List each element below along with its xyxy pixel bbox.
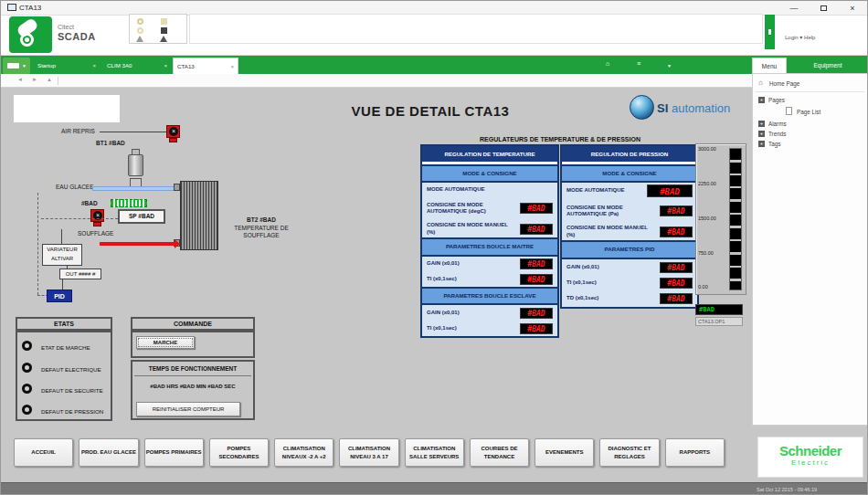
pression-ti-display[interactable]: #BAD xyxy=(660,278,693,289)
variateur-label-2: ALTIVAR xyxy=(43,254,81,263)
nav-diagnostic-reglages-button[interactable]: DIAGNOSTIC ET REGLAGES xyxy=(599,438,659,467)
dropdown-icon[interactable]: ▼ xyxy=(667,63,672,68)
temp-consigne-manuel-display[interactable]: #BAD xyxy=(520,224,553,235)
chilled-water-pipe xyxy=(92,186,182,191)
pression-mode-auto-display[interactable]: #BAD xyxy=(647,184,693,197)
etat-marche-label: ETAT DE MARCHE xyxy=(41,344,90,351)
nav-evenements-button[interactable]: EVENEMENTS xyxy=(535,438,594,467)
alarm-ack-icon[interactable] xyxy=(161,18,167,25)
divider xyxy=(134,375,251,376)
commande-header: COMMANDE xyxy=(131,317,255,331)
soufflage-fan-icon[interactable]: × xyxy=(90,209,104,222)
sidebar-tab-equipment[interactable]: Equipment xyxy=(787,58,868,73)
sidebar-item-trends[interactable]: Trends xyxy=(768,131,786,137)
help-link[interactable]: Help xyxy=(804,35,815,40)
home-page-icon: ⌂ xyxy=(758,79,763,87)
tab-cta13[interactable]: CTA13 × xyxy=(173,58,238,74)
signal-line xyxy=(61,229,62,244)
pression-consigne-auto-display[interactable]: #BAD xyxy=(660,205,693,216)
temp-consigne-auto-label: CONSIGNE EN MODE AUTOMATIQUE (degC) xyxy=(427,202,511,216)
temp-gain2-display[interactable]: #BAD xyxy=(520,308,553,319)
sidebar-item-pages[interactable]: Pages xyxy=(768,97,785,103)
sidebar-tab-menu[interactable]: Menu xyxy=(752,58,787,73)
temp-ti-label: TI (x0,1sec) xyxy=(427,276,511,283)
pid-box[interactable]: PID xyxy=(47,290,72,302)
tab-label: CTA13 xyxy=(177,63,195,69)
gauge-tick: 0.00 xyxy=(698,284,724,290)
sidebar-item-home-page[interactable]: Home Page xyxy=(769,80,799,87)
expand-trends-icon[interactable]: + xyxy=(758,131,765,137)
tab-startup[interactable]: Startup × xyxy=(34,58,100,74)
temp-ti-display[interactable]: #BAD xyxy=(520,274,553,285)
pression-consigne-manuel-label: CONSIGNE EN MODE MANUEL (%) xyxy=(566,225,651,239)
restore-button[interactable] xyxy=(814,3,832,14)
alarm-status-block xyxy=(765,15,775,49)
temp-boucle-esclave-band: PARAMETRES BOUCLE ESCLAVE xyxy=(422,287,557,305)
temp-mode-consigne-band: MODE & CONSIGNE xyxy=(422,164,557,183)
alarm-toolbar xyxy=(129,14,187,44)
up-button[interactable]: ▲ xyxy=(47,77,52,82)
schneider-sub: Electric xyxy=(758,458,863,467)
temp-ti2-display[interactable]: #BAD xyxy=(520,323,553,334)
alarm-unack-icon[interactable] xyxy=(137,18,143,25)
sidebar-item-alarms[interactable]: Alarms xyxy=(768,121,787,127)
close-button[interactable]: × xyxy=(843,3,862,14)
supply-air-arrow xyxy=(100,242,175,246)
tab-clim-3a0[interactable]: CLIM 3A0 × xyxy=(103,58,171,74)
nav-acceuil-button[interactable]: ACCEUIL xyxy=(14,438,73,467)
pression-td-display[interactable]: #BAD xyxy=(660,293,693,304)
close-tab-icon[interactable]: × xyxy=(164,58,167,74)
etats-panel: ETAT DE MARCHE DEFAUT ELECTRIQUE DEFAUT … xyxy=(16,331,112,421)
sidebar-item-page-list[interactable]: Page List xyxy=(797,109,820,115)
expand-pages-icon[interactable]: + xyxy=(758,97,765,103)
nav-rapports-button[interactable]: RAPPORTS xyxy=(665,438,725,467)
status-bar: Sat Oct 12 2015 - 09:46:19 xyxy=(1,482,868,495)
nav-climatisation-niveau-3-17-button[interactable]: CLIMATISATION NIVEAU 3 A 17 xyxy=(339,438,398,467)
nav-climatisation-salle-serveurs-button[interactable]: CLIMATISATION SALLE SERVEURS xyxy=(405,438,464,467)
alarm-config-icon[interactable] xyxy=(161,27,167,34)
expand-alarms-icon[interactable]: + xyxy=(758,121,765,127)
login-link[interactable]: Login xyxy=(785,35,799,40)
marche-button[interactable]: MARCHE xyxy=(136,336,195,349)
expand-tags-icon[interactable]: + xyxy=(758,141,765,147)
nav-pompes-primaires-button[interactable]: POMPES PRIMAIRES xyxy=(144,438,204,467)
pression-gain-display[interactable]: #BAD xyxy=(660,262,693,273)
eau-glacee-label: EAU GLACEE xyxy=(56,184,94,190)
scada-window: CTA13 — × Login ▾ Help Citect SCADA ▼ St… xyxy=(0,0,868,495)
close-tab-icon[interactable]: × xyxy=(92,58,96,74)
temp-gain2-label: GAIN (x0,01) xyxy=(427,310,511,317)
alarm-banner xyxy=(189,14,763,44)
nav-pompes-secondaires-button[interactable]: POMPES SECONDAIRES xyxy=(209,438,269,467)
variateur-box: VARIATEUR ALTIVAR xyxy=(42,244,82,266)
nav-climatisation-niveaux-button[interactable]: CLIMATISATION NIVEAUX -2 A +2 xyxy=(274,438,333,467)
valve-actuator-icon[interactable] xyxy=(128,154,143,176)
nav-courbes-tendance-button[interactable]: COURBES DE TENDANCE xyxy=(470,438,529,467)
tab-menu-button[interactable]: ▼ xyxy=(3,58,30,74)
commande-panel: MARCHE xyxy=(131,331,255,358)
defaut-securite-led xyxy=(22,384,32,394)
forward-button[interactable]: ► xyxy=(32,77,37,82)
temp-consigne-auto-display[interactable]: #BAD xyxy=(520,203,553,214)
alarm-warn-icon[interactable] xyxy=(136,36,143,42)
nav-prod-eau-glacee-button[interactable]: PROD. EAU GLACEE xyxy=(79,438,138,467)
temp-gain-label: GAIN (x0,01) xyxy=(427,260,511,268)
divider xyxy=(755,91,864,92)
alarm-disabled-icon[interactable] xyxy=(137,27,143,34)
home-icon[interactable]: ⌂ xyxy=(606,60,609,67)
sidebar-item-tags[interactable]: Tags xyxy=(768,141,780,147)
temp-gain-display[interactable]: #BAD xyxy=(520,258,553,269)
si-label: SI xyxy=(657,101,668,115)
cooling-coil xyxy=(180,181,218,250)
defaut-pression-label: DEFAUT DE PRESSION xyxy=(41,408,103,415)
minimize-button[interactable]: — xyxy=(785,3,803,14)
setpoint-box[interactable]: SP #BAD xyxy=(118,209,165,224)
pression-consigne-manuel-display[interactable]: #BAD xyxy=(660,226,693,237)
air-repris-label: AIR REPRIS xyxy=(61,128,95,134)
air-repris-fan-icon[interactable]: × xyxy=(166,125,180,138)
alarm-hardware-icon[interactable] xyxy=(160,36,167,42)
page-list-icon[interactable]: ≡ xyxy=(637,60,640,67)
login-help[interactable]: Login ▾ Help xyxy=(785,34,815,40)
back-button[interactable]: ◄ xyxy=(17,77,23,82)
close-tab-icon[interactable]: × xyxy=(230,58,234,75)
reinitialiser-compteur-button[interactable]: REINITIALISER COMPTEUR xyxy=(136,402,240,416)
